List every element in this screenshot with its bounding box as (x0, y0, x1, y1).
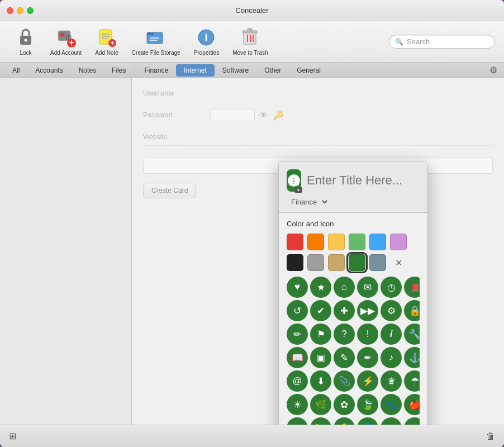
icon-question[interactable]: ? (334, 324, 355, 345)
create-card-button[interactable]: Create Card (143, 183, 196, 198)
icon-music[interactable]: ♪ (381, 347, 402, 368)
tab-all[interactable]: All (4, 64, 27, 77)
icon-wrench[interactable]: 🔧 (404, 324, 420, 345)
icon-edit[interactable]: ✎ (334, 347, 355, 368)
window-title: Concealer (235, 6, 268, 15)
search-icon: 🔍 (395, 38, 403, 46)
icon-forward[interactable]: ▶▶ (357, 300, 378, 321)
icon-lock[interactable]: 🔒 (404, 300, 420, 321)
tab-files[interactable]: Files (104, 64, 134, 77)
icon-plus[interactable]: ✚ (334, 300, 355, 321)
color-swatch-purple[interactable] (390, 234, 407, 250)
icon-fish[interactable]: 🐟 (287, 417, 308, 425)
icon-check[interactable]: ✔ (310, 300, 331, 321)
icon-open-book[interactable]: 📖 (287, 347, 308, 368)
tab-other[interactable]: Other (256, 64, 289, 77)
icon-at[interactable]: @ (287, 370, 308, 392)
icon-anchor[interactable]: ⚓ (404, 347, 420, 368)
icon-sun[interactable]: ☀ (287, 394, 308, 415)
color-swatch-tan[interactable] (328, 254, 345, 271)
color-swatch-blue[interactable] (369, 234, 386, 250)
tab-software[interactable]: Software (215, 64, 256, 77)
add-account-toolbar-item[interactable]: ID + Add Account (45, 24, 87, 59)
minimize-button[interactable] (17, 7, 23, 14)
color-swatch-gray[interactable] (307, 254, 324, 271)
icon-apple[interactable]: 🍎 (404, 394, 420, 415)
titlebar: Concealer (0, 0, 504, 21)
svg-text:i: i (205, 32, 208, 43)
icon-info[interactable]: i (381, 324, 402, 345)
svg-text:+: + (69, 38, 74, 47)
icon-pencil[interactable]: ✏ (287, 324, 308, 345)
icon-exclaim[interactable]: ! (357, 324, 378, 345)
clear-color-button[interactable]: ✕ (390, 254, 407, 271)
icon-star[interactable]: ★ (310, 277, 331, 298)
icon-flag[interactable]: ⚑ (310, 324, 331, 345)
icon-book[interactable]: 📕 (404, 277, 420, 298)
dropdown-arrow-icon[interactable]: ▾ (294, 187, 302, 193)
tab-accounts[interactable]: Accounts (27, 64, 70, 77)
icon-pen[interactable]: ✒ (357, 347, 378, 368)
icon-lightning[interactable]: ⚡ (357, 370, 378, 392)
tabbar: All Accounts Notes Files Finance Interne… (0, 63, 504, 78)
color-swatch-yellow[interactable] (328, 234, 345, 250)
entry-title-input[interactable] (307, 173, 428, 188)
move-to-trash-label: Move to Trash (232, 50, 268, 56)
color-swatch-slate[interactable] (369, 254, 386, 271)
icon-home[interactable]: ⌂ (334, 277, 355, 298)
main-area: Username Password 👁 🔑 Website (132, 78, 504, 425)
icon-paperclip[interactable]: 📎 (334, 370, 355, 392)
icon-clock[interactable]: ◷ (381, 277, 402, 298)
icon-leaf[interactable]: 🌿 (310, 394, 331, 415)
close-button[interactable] (7, 7, 13, 14)
icon-duck[interactable]: 🦆 (310, 417, 331, 425)
add-account-icon: ID + (56, 27, 76, 47)
icon-download[interactable]: ⬇ (310, 370, 331, 392)
icon-grid: ♥ ★ ⌂ ✉ ◷ 📕 ↺ ✔ ✚ ▶▶ ⚙ 🔒 ✏ (287, 277, 420, 425)
settings-icon[interactable]: ⚙ (487, 64, 500, 77)
icon-heart[interactable]: ♥ (287, 277, 308, 298)
icon-gear[interactable]: ⚙ (381, 300, 402, 321)
sidebar (0, 78, 132, 425)
icon-mail[interactable]: ✉ (357, 277, 378, 298)
color-swatch-black[interactable] (287, 254, 303, 271)
color-swatch-green[interactable] (349, 234, 365, 250)
icon-eco[interactable]: 🍃 (357, 394, 378, 415)
icon-flower[interactable]: ✿ (334, 394, 355, 415)
lock-icon (16, 27, 36, 47)
key-icon[interactable]: 🔑 (273, 110, 284, 121)
toolbar: Lock ID + Add Account (0, 21, 504, 63)
tab-finance[interactable]: Finance (136, 64, 176, 77)
color-swatch-orange[interactable] (307, 234, 324, 250)
icon-umbrella[interactable]: ☂ (404, 370, 420, 392)
search-placeholder: Search (407, 37, 430, 46)
tab-notes[interactable]: Notes (71, 64, 104, 77)
lock-toolbar-item[interactable]: Lock (9, 24, 42, 59)
tab-divider (135, 66, 135, 75)
icon-paw[interactable]: 🐾 (381, 394, 402, 415)
icon-smiley[interactable]: ☺ (381, 417, 402, 425)
icon-crown[interactable]: ♛ (381, 370, 402, 392)
category-select[interactable]: Finance Internet Software Other General (289, 197, 329, 207)
search-box[interactable]: 🔍 Search (389, 35, 495, 49)
grid-view-icon[interactable]: ⊞ (9, 431, 16, 441)
selected-icon-bg[interactable]: ▾ (287, 169, 301, 192)
properties-toolbar-item[interactable]: i Properties (188, 24, 225, 59)
create-file-storage-toolbar-item[interactable]: Create File Storage (126, 24, 186, 59)
properties-icon: i (196, 27, 216, 47)
icon-hand[interactable]: ✋ (334, 417, 355, 425)
icon-refresh[interactable]: ↺ (287, 300, 308, 321)
tab-general[interactable]: General (289, 64, 329, 77)
selected-icon-row: ▾ (287, 169, 420, 192)
color-swatch-red[interactable] (287, 234, 303, 250)
move-to-trash-toolbar-item[interactable]: Move to Trash (227, 24, 273, 59)
show-password-icon[interactable]: 👁 (259, 110, 268, 120)
icon-empty-6[interactable] (404, 417, 420, 425)
tab-internet[interactable]: Internet (176, 64, 215, 77)
color-swatch-darkgreen[interactable] (349, 254, 365, 271)
fullscreen-button[interactable] (27, 7, 34, 14)
icon-square[interactable]: ▣ (310, 347, 331, 368)
icon-person[interactable]: 👤 (357, 417, 378, 425)
delete-icon[interactable]: 🗑 (486, 431, 495, 441)
add-note-toolbar-item[interactable]: + Add Note (89, 24, 124, 59)
